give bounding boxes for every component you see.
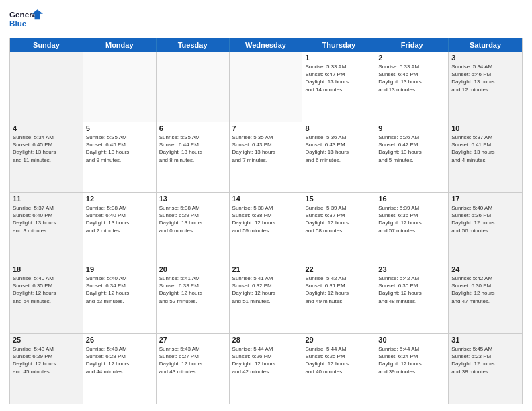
day-info: Sunrise: 5:40 AM Sunset: 6:36 PM Dayligh… (451, 204, 519, 234)
day-info: Sunrise: 5:42 AM Sunset: 6:30 PM Dayligh… (378, 275, 445, 305)
calendar-header-row: SundayMondayTuesdayWednesdayThursdayFrid… (10, 38, 522, 52)
header-day-monday: Monday (83, 38, 157, 52)
day-cell-6: 6Sunrise: 5:35 AM Sunset: 6:44 PM Daylig… (157, 122, 230, 192)
day-number: 24 (451, 265, 519, 273)
day-info: Sunrise: 5:37 AM Sunset: 6:40 PM Dayligh… (13, 204, 80, 234)
week-4: 25Sunrise: 5:43 AM Sunset: 6:29 PM Dayli… (10, 333, 522, 404)
day-info: Sunrise: 5:36 AM Sunset: 6:42 PM Dayligh… (378, 134, 445, 164)
day-cell-26: 26Sunrise: 5:43 AM Sunset: 6:28 PM Dayli… (83, 334, 157, 404)
day-info: Sunrise: 5:43 AM Sunset: 6:29 PM Dayligh… (13, 345, 80, 375)
day-cell-2: 2Sunrise: 5:33 AM Sunset: 6:46 PM Daylig… (375, 52, 449, 122)
day-number: 19 (86, 265, 153, 273)
day-number: 7 (232, 124, 300, 132)
day-cell-28: 28Sunrise: 5:44 AM Sunset: 6:26 PM Dayli… (230, 334, 303, 404)
week-2: 11Sunrise: 5:37 AM Sunset: 6:40 PM Dayli… (10, 192, 522, 263)
day-number: 1 (305, 54, 372, 62)
day-cell-21: 21Sunrise: 5:41 AM Sunset: 6:32 PM Dayli… (230, 263, 303, 333)
day-cell-16: 16Sunrise: 5:39 AM Sunset: 6:36 PM Dayli… (375, 193, 449, 263)
day-number: 18 (13, 265, 80, 273)
day-cell-11: 11Sunrise: 5:37 AM Sunset: 6:40 PM Dayli… (10, 193, 83, 263)
day-cell-13: 13Sunrise: 5:38 AM Sunset: 6:39 PM Dayli… (157, 193, 230, 263)
header-day-friday: Friday (375, 38, 449, 52)
day-cell-8: 8Sunrise: 5:36 AM Sunset: 6:43 PM Daylig… (302, 122, 375, 192)
header-day-tuesday: Tuesday (157, 38, 230, 52)
day-cell-9: 9Sunrise: 5:36 AM Sunset: 6:42 PM Daylig… (375, 122, 449, 192)
day-number: 22 (305, 265, 372, 273)
header-day-saturday: Saturday (449, 38, 522, 52)
empty-cell (10, 52, 83, 122)
day-info: Sunrise: 5:43 AM Sunset: 6:27 PM Dayligh… (159, 345, 226, 375)
empty-cell (230, 52, 303, 122)
day-cell-24: 24Sunrise: 5:42 AM Sunset: 6:30 PM Dayli… (449, 263, 522, 333)
day-info: Sunrise: 5:35 AM Sunset: 6:44 PM Dayligh… (159, 134, 226, 164)
day-number: 4 (13, 124, 80, 132)
logo-svg: General Blue (9, 7, 43, 34)
day-info: Sunrise: 5:41 AM Sunset: 6:33 PM Dayligh… (159, 275, 226, 305)
day-number: 28 (232, 336, 300, 344)
day-number: 29 (305, 336, 372, 344)
day-info: Sunrise: 5:40 AM Sunset: 6:34 PM Dayligh… (86, 275, 153, 305)
day-cell-18: 18Sunrise: 5:40 AM Sunset: 6:35 PM Dayli… (10, 263, 83, 333)
day-cell-14: 14Sunrise: 5:38 AM Sunset: 6:38 PM Dayli… (230, 193, 303, 263)
day-info: Sunrise: 5:36 AM Sunset: 6:43 PM Dayligh… (305, 134, 372, 164)
header: General Blue (9, 7, 523, 34)
day-info: Sunrise: 5:34 AM Sunset: 6:46 PM Dayligh… (451, 63, 519, 93)
day-info: Sunrise: 5:33 AM Sunset: 6:47 PM Dayligh… (305, 63, 372, 93)
day-number: 10 (451, 124, 519, 132)
week-0: 1Sunrise: 5:33 AM Sunset: 6:47 PM Daylig… (10, 52, 522, 122)
calendar: SundayMondayTuesdayWednesdayThursdayFrid… (9, 38, 523, 404)
day-number: 30 (378, 336, 445, 344)
svg-text:Blue: Blue (9, 19, 27, 28)
day-number: 14 (232, 195, 300, 203)
day-number: 16 (378, 195, 445, 203)
day-cell-30: 30Sunrise: 5:44 AM Sunset: 6:24 PM Dayli… (375, 334, 449, 404)
day-number: 8 (305, 124, 372, 132)
day-cell-15: 15Sunrise: 5:39 AM Sunset: 6:37 PM Dayli… (302, 193, 375, 263)
day-number: 12 (86, 195, 153, 203)
week-3: 18Sunrise: 5:40 AM Sunset: 6:35 PM Dayli… (10, 263, 522, 333)
day-info: Sunrise: 5:42 AM Sunset: 6:30 PM Dayligh… (451, 275, 519, 305)
day-cell-12: 12Sunrise: 5:38 AM Sunset: 6:40 PM Dayli… (83, 193, 157, 263)
day-cell-4: 4Sunrise: 5:34 AM Sunset: 6:45 PM Daylig… (10, 122, 83, 192)
day-info: Sunrise: 5:39 AM Sunset: 6:37 PM Dayligh… (305, 204, 372, 234)
day-number: 21 (232, 265, 300, 273)
day-cell-29: 29Sunrise: 5:44 AM Sunset: 6:25 PM Dayli… (302, 334, 375, 404)
empty-cell (83, 52, 157, 122)
day-cell-17: 17Sunrise: 5:40 AM Sunset: 6:36 PM Dayli… (449, 193, 522, 263)
day-cell-23: 23Sunrise: 5:42 AM Sunset: 6:30 PM Dayli… (375, 263, 449, 333)
day-info: Sunrise: 5:38 AM Sunset: 6:40 PM Dayligh… (86, 204, 153, 234)
day-number: 15 (305, 195, 372, 203)
day-cell-22: 22Sunrise: 5:42 AM Sunset: 6:31 PM Dayli… (302, 263, 375, 333)
day-cell-31: 31Sunrise: 5:45 AM Sunset: 6:23 PM Dayli… (449, 334, 522, 404)
header-day-wednesday: Wednesday (230, 38, 303, 52)
day-info: Sunrise: 5:44 AM Sunset: 6:25 PM Dayligh… (305, 345, 372, 375)
day-info: Sunrise: 5:37 AM Sunset: 6:41 PM Dayligh… (451, 134, 519, 164)
day-info: Sunrise: 5:39 AM Sunset: 6:36 PM Dayligh… (378, 204, 445, 234)
day-number: 26 (86, 336, 153, 344)
day-info: Sunrise: 5:43 AM Sunset: 6:28 PM Dayligh… (86, 345, 153, 375)
day-number: 5 (86, 124, 153, 132)
page: General Blue SundayMondayTuesdayWednesda… (0, 0, 532, 411)
header-day-sunday: Sunday (10, 38, 83, 52)
header-day-thursday: Thursday (302, 38, 375, 52)
day-info: Sunrise: 5:35 AM Sunset: 6:45 PM Dayligh… (86, 134, 153, 164)
day-number: 31 (451, 336, 519, 344)
day-cell-7: 7Sunrise: 5:35 AM Sunset: 6:43 PM Daylig… (230, 122, 303, 192)
day-number: 27 (159, 336, 226, 344)
day-number: 3 (451, 54, 519, 62)
day-number: 20 (159, 265, 226, 273)
svg-text:General: General (9, 10, 38, 19)
day-cell-27: 27Sunrise: 5:43 AM Sunset: 6:27 PM Dayli… (157, 334, 230, 404)
day-number: 23 (378, 265, 445, 273)
day-cell-10: 10Sunrise: 5:37 AM Sunset: 6:41 PM Dayli… (449, 122, 522, 192)
empty-cell (157, 52, 230, 122)
day-info: Sunrise: 5:35 AM Sunset: 6:43 PM Dayligh… (232, 134, 300, 164)
day-info: Sunrise: 5:41 AM Sunset: 6:32 PM Dayligh… (232, 275, 300, 305)
day-info: Sunrise: 5:40 AM Sunset: 6:35 PM Dayligh… (13, 275, 80, 305)
day-info: Sunrise: 5:38 AM Sunset: 6:38 PM Dayligh… (232, 204, 300, 234)
day-number: 2 (378, 54, 445, 62)
day-number: 25 (13, 336, 80, 344)
day-info: Sunrise: 5:34 AM Sunset: 6:45 PM Dayligh… (13, 134, 80, 164)
day-cell-5: 5Sunrise: 5:35 AM Sunset: 6:45 PM Daylig… (83, 122, 157, 192)
day-cell-1: 1Sunrise: 5:33 AM Sunset: 6:47 PM Daylig… (302, 52, 375, 122)
